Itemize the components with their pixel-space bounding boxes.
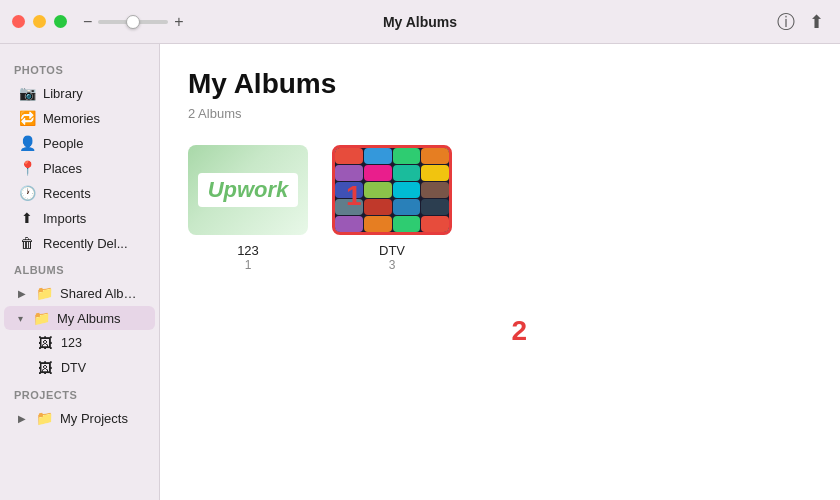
app-icon-15 — [393, 199, 421, 215]
recents-label: Recents — [43, 186, 91, 201]
album-123-label: 123 — [61, 336, 82, 350]
album-thumb-123: Upwork — [188, 145, 308, 235]
sidebar-item-imports[interactable]: ⬆ Imports — [4, 206, 155, 230]
app-icon-11 — [393, 182, 421, 198]
album-123-name: 123 — [237, 243, 259, 258]
sidebar: Photos 📷 Library 🔁 Memories 👤 People 📍 P… — [0, 44, 160, 500]
my-albums-expand-arrow: ▾ — [18, 313, 23, 324]
window-controls — [12, 15, 67, 28]
album-123-count: 1 — [245, 258, 252, 272]
album-dtv-count: 3 — [389, 258, 396, 272]
album-123-icon: 🖼 — [36, 335, 54, 351]
app-icon-7 — [393, 165, 421, 181]
imports-icon: ⬆ — [18, 210, 36, 226]
sidebar-item-my-projects[interactable]: ▶ 📁 My Projects — [4, 406, 155, 430]
maximize-button[interactable] — [54, 15, 67, 28]
album-item-123[interactable]: Upwork 123 1 — [188, 145, 308, 272]
app-icon-10 — [364, 182, 392, 198]
zoom-control: − + — [83, 13, 184, 31]
minimize-button[interactable] — [33, 15, 46, 28]
album-123-background: Upwork — [188, 145, 308, 235]
recents-icon: 🕐 — [18, 185, 36, 201]
info-icon[interactable]: ⓘ — [777, 10, 795, 34]
albums-grid: Upwork 123 1 — [188, 145, 812, 272]
sidebar-item-places[interactable]: 📍 Places — [4, 156, 155, 180]
zoom-plus-icon[interactable]: + — [174, 13, 183, 31]
app-icon-17 — [335, 216, 363, 232]
share-icon[interactable]: ⬆ — [809, 11, 824, 33]
sidebar-subitem-dtv[interactable]: 🖼 DTV — [4, 356, 155, 380]
content-area: My Albums 2 Albums Upwork 123 1 — [160, 44, 840, 500]
recently-deleted-label: Recently Del... — [43, 236, 128, 251]
close-button[interactable] — [12, 15, 25, 28]
title-bar: − + My Albums ⓘ ⬆ — [0, 0, 840, 44]
my-albums-icon: 📁 — [32, 310, 50, 326]
app-icon-18 — [364, 216, 392, 232]
memories-label: Memories — [43, 111, 100, 126]
sidebar-subitem-123[interactable]: 🖼 123 — [4, 331, 155, 355]
my-albums-label: My Albums — [57, 311, 121, 326]
shared-albums-label: Shared Albums — [60, 286, 141, 301]
content-wrapper: My Albums 2 Albums Upwork 123 1 — [188, 68, 812, 272]
albums-area: Upwork 123 1 — [188, 145, 812, 272]
my-projects-expand-arrow: ▶ — [18, 413, 26, 424]
sidebar-item-memories[interactable]: 🔁 Memories — [4, 106, 155, 130]
app-icon-1 — [335, 148, 363, 164]
sidebar-item-library[interactable]: 📷 Library — [4, 81, 155, 105]
sidebar-item-recents[interactable]: 🕐 Recents — [4, 181, 155, 205]
photos-section-label: Photos — [0, 56, 159, 80]
imports-label: Imports — [43, 211, 86, 226]
sidebar-item-shared-albums[interactable]: ▶ 📁 Shared Albums — [4, 281, 155, 305]
album-dtv-icon: 🖼 — [36, 360, 54, 376]
my-projects-icon: 📁 — [35, 410, 53, 426]
sidebar-item-my-albums[interactable]: ▾ 📁 My Albums — [4, 306, 155, 330]
page-title: My Albums — [188, 68, 812, 100]
app-icon-4 — [421, 148, 449, 164]
albums-count: 2 Albums — [188, 106, 812, 121]
app-icon-2 — [364, 148, 392, 164]
number-label-2: 2 — [511, 315, 527, 347]
projects-section-label: Projects — [0, 381, 159, 405]
places-icon: 📍 — [18, 160, 36, 176]
people-label: People — [43, 136, 83, 151]
shared-albums-icon: 📁 — [35, 285, 53, 301]
my-projects-label: My Projects — [60, 411, 128, 426]
people-icon: 👤 — [18, 135, 36, 151]
trash-icon: 🗑 — [18, 235, 36, 251]
app-icon-20 — [421, 216, 449, 232]
app-icon-5 — [335, 165, 363, 181]
main-layout: Photos 📷 Library 🔁 Memories 👤 People 📍 P… — [0, 44, 840, 500]
upwork-logo: Upwork — [198, 173, 299, 207]
shared-albums-expand-arrow: ▶ — [18, 288, 26, 299]
app-icon-14 — [364, 199, 392, 215]
memories-icon: 🔁 — [18, 110, 36, 126]
zoom-minus-icon[interactable]: − — [83, 13, 92, 31]
app-icon-3 — [393, 148, 421, 164]
app-icon-8 — [421, 165, 449, 181]
title-bar-actions: ⓘ ⬆ — [777, 10, 824, 34]
app-icon-6 — [364, 165, 392, 181]
app-icon-16 — [421, 199, 449, 215]
app-icon-19 — [393, 216, 421, 232]
number-label-1: 1 — [346, 180, 362, 212]
app-icon-12 — [421, 182, 449, 198]
sidebar-item-recently-deleted[interactable]: 🗑 Recently Del... — [4, 231, 155, 255]
library-icon: 📷 — [18, 85, 36, 101]
places-label: Places — [43, 161, 82, 176]
album-dtv-label: DTV — [61, 361, 86, 375]
albums-section-label: Albums — [0, 256, 159, 280]
title-bar-title: My Albums — [383, 14, 457, 30]
sidebar-item-people[interactable]: 👤 People — [4, 131, 155, 155]
zoom-slider[interactable] — [98, 20, 168, 24]
album-dtv-name: DTV — [379, 243, 405, 258]
library-label: Library — [43, 86, 83, 101]
zoom-thumb — [126, 15, 140, 29]
